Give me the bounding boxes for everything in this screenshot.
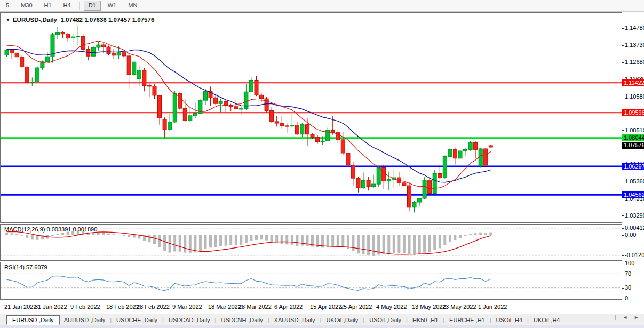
rsi-panel[interactable] xyxy=(0,262,622,300)
candle xyxy=(387,179,391,181)
price-tick-label: 1.05360 xyxy=(625,178,644,185)
symbol-tab-eurchf-h1[interactable]: EURCHF-,H1 xyxy=(445,315,489,325)
symbol-tab-audusd-daily[interactable]: AUDUSD-,Daily xyxy=(60,315,110,325)
candle xyxy=(81,36,85,50)
candlestick-chart-svg xyxy=(1,13,622,222)
tab-scroll-right-icon[interactable]: ► xyxy=(631,315,642,320)
macd-bar xyxy=(36,235,38,240)
macd-bar xyxy=(31,235,34,240)
timeframe-button-D1[interactable]: D1 xyxy=(84,1,101,11)
candle xyxy=(412,202,416,207)
symbol-tab-usoil-daily[interactable]: USOil-,Daily xyxy=(365,315,406,325)
macd-bar xyxy=(265,235,268,241)
macd-bar xyxy=(11,233,13,235)
timeframe-toolbar: 5M30H1H4D1W1MN xyxy=(0,0,644,12)
price-tick-label: 1.10580 xyxy=(625,93,644,100)
candle xyxy=(158,95,162,118)
candle xyxy=(173,94,177,122)
macd-bar xyxy=(219,235,222,246)
macd-bar xyxy=(225,235,227,246)
ma-slow-line xyxy=(7,49,491,182)
symbol-tab-usdchf-daily[interactable]: USDCHF-,Daily xyxy=(112,315,162,325)
candle xyxy=(163,119,166,130)
macd-tick-label: -0.01209 xyxy=(625,252,644,259)
macd-tick-label: 0.00 xyxy=(625,231,644,238)
rsi-tick-mark xyxy=(622,274,624,274)
candle xyxy=(285,126,289,126)
price-tick-label: 1.03290 xyxy=(625,212,644,219)
candle xyxy=(117,53,121,55)
candle xyxy=(25,67,29,82)
candle xyxy=(367,180,370,187)
candle xyxy=(316,138,320,142)
macd-bar xyxy=(341,235,344,247)
chart-title: ▼EURUSD-,Daily 1.07482 1.07636 1.07457 1… xyxy=(6,17,154,23)
macd-bar xyxy=(423,235,426,253)
timeframe-button-W1[interactable]: W1 xyxy=(103,1,122,11)
candle xyxy=(10,50,14,53)
candle xyxy=(147,86,151,86)
timeframe-button-H1[interactable]: H1 xyxy=(39,1,57,11)
symbol-tab-ukoil-h4[interactable]: UKOil-,H4 xyxy=(529,315,565,325)
macd-bar xyxy=(148,235,150,242)
candle xyxy=(290,125,294,126)
candle xyxy=(204,92,208,101)
candle xyxy=(408,186,411,207)
macd-bar xyxy=(449,235,451,242)
macd-bar xyxy=(229,235,232,245)
timeframe-button-MN[interactable]: MN xyxy=(123,1,142,11)
app-window: 5M30H1H4D1W1MN ▼EURUSD-,Daily 1.07482 1.… xyxy=(0,0,644,328)
candle xyxy=(71,37,75,38)
candle xyxy=(153,86,156,95)
candle xyxy=(56,33,60,35)
tab-scroll-arrows: | ◄ ► xyxy=(612,315,642,320)
candle xyxy=(418,198,422,202)
candle xyxy=(489,146,492,147)
candle xyxy=(423,180,426,198)
date-axis-label: 28 Feb 2022 xyxy=(137,303,170,310)
symbol-tab-eurusd-daily[interactable]: EURUSD-,Daily xyxy=(6,315,60,325)
candle xyxy=(351,165,355,178)
symbol-tab-ukoil-daily[interactable]: UKOil-,Daily xyxy=(322,315,362,325)
candle xyxy=(280,123,284,126)
candle xyxy=(122,53,126,56)
symbol-tab-hk50-h1[interactable]: HK50-,H1 xyxy=(408,315,442,325)
macd-bar xyxy=(428,235,431,252)
candle xyxy=(306,125,309,134)
symbol-tab-usdcad-daily[interactable]: USDCAD-,Daily xyxy=(164,315,214,325)
candle xyxy=(468,142,472,150)
macd-bar xyxy=(138,235,140,239)
price-tick-mark xyxy=(622,45,624,46)
rsi-tick-mark xyxy=(622,263,624,263)
macd-bar xyxy=(454,235,456,240)
chevron-down-icon[interactable]: ▼ xyxy=(6,18,10,22)
date-axis-label: 31 Jan 2022 xyxy=(35,303,67,310)
price-level-label: 1.04562 xyxy=(622,191,644,198)
timeframe-button-5[interactable]: 5 xyxy=(1,1,14,11)
date-axis-label: 23 May 2022 xyxy=(442,303,476,310)
price-tick-label: 1.12680 xyxy=(625,59,644,66)
macd-bar xyxy=(474,233,477,235)
timeframe-button-H4[interactable]: H4 xyxy=(59,1,76,11)
main-chart-panel[interactable] xyxy=(0,12,622,223)
macd-bar xyxy=(97,233,100,235)
symbol-tab-usoil-h4[interactable]: USOil-,H4 xyxy=(492,315,527,325)
macd-bar xyxy=(337,235,339,246)
macd-bar xyxy=(194,235,196,252)
macd-bar xyxy=(459,235,462,238)
symbol-tab-usdcnh-daily[interactable]: USDCNH-,Daily xyxy=(217,315,267,325)
timeframe-button-M30[interactable]: M30 xyxy=(16,1,37,11)
candle xyxy=(321,141,324,142)
candle xyxy=(300,125,304,134)
tab-scroll-left-icon[interactable]: ◄ xyxy=(619,315,631,320)
date-axis-label: 13 May 2022 xyxy=(412,303,446,310)
symbol-tab-xauusd-daily[interactable]: XAUUSD-,Daily xyxy=(270,315,320,325)
ohlc-high: 1.07636 xyxy=(84,17,107,23)
macd-bar xyxy=(489,233,492,235)
macd-tick-mark xyxy=(622,235,624,236)
toolbar-separator xyxy=(79,2,80,10)
macd-bar xyxy=(117,235,120,235)
macd-bar xyxy=(199,235,202,251)
macd-bar xyxy=(128,235,130,237)
date-axis-label: 6 Apr 2022 xyxy=(274,303,303,310)
